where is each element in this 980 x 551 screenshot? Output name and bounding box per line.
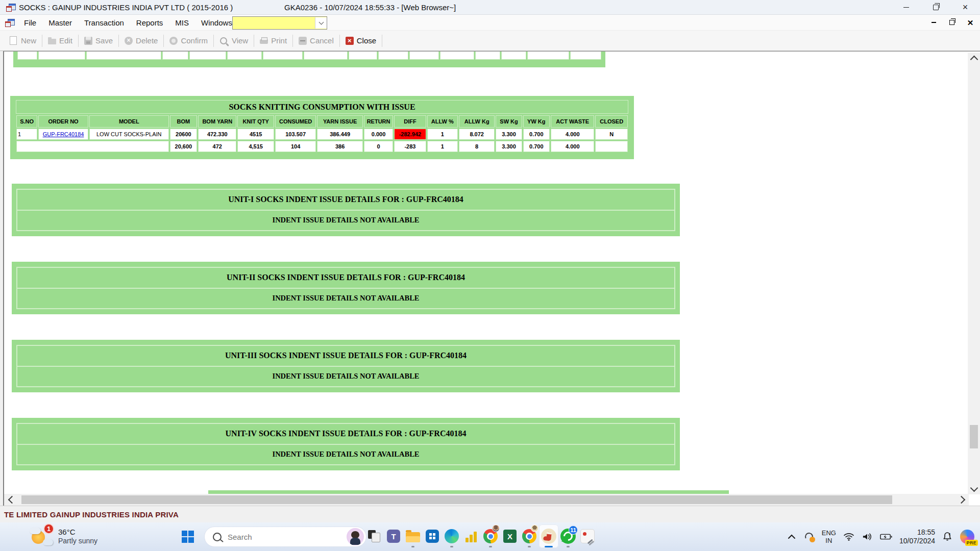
confirm-button[interactable]: Confirm (165, 34, 212, 47)
snipping-tool-button[interactable] (578, 524, 597, 548)
language-indicator[interactable]: ENG IN (822, 529, 836, 544)
cancel-button[interactable]: Cancel (294, 34, 338, 47)
tray-overflow-button[interactable] (787, 534, 796, 540)
excel-button[interactable]: X (500, 524, 520, 548)
new-button[interactable]: New (4, 34, 41, 47)
restore-icon (933, 5, 939, 10)
mdi-close-button[interactable]: ✕ (965, 19, 976, 27)
speaker-icon[interactable] (862, 532, 873, 541)
order-no-link-text[interactable]: GUP-FRC40184 (43, 131, 84, 137)
weather-widget[interactable]: 1 36°C Partly sunny (30, 525, 97, 547)
edge-button[interactable] (442, 524, 461, 548)
horizontal-scrollbar[interactable] (4, 494, 969, 506)
power-bi-button[interactable] (461, 524, 481, 548)
close-button[interactable]: × (950, 0, 980, 14)
cell-bom: 20600 (170, 129, 197, 140)
window-session-info: GKA0236 - 10/07/2024 18:55:33 - [Web Bro… (284, 3, 456, 12)
col-header-allw-pct: ALLW % (427, 115, 458, 128)
print-button[interactable]: Print (255, 34, 291, 47)
confirm-icon (169, 37, 178, 45)
col-header-sw-kg: SW Kg (496, 115, 522, 128)
scroll-down-button[interactable] (968, 481, 980, 494)
unit2-banner-message: INDENT ISSUE DETAILS NOT AVAILABLE (17, 289, 674, 309)
menu-mis[interactable]: MIS (169, 16, 195, 29)
file-explorer-button[interactable] (403, 524, 423, 548)
total-yarn-issue: 386 (317, 141, 363, 152)
wifi-icon[interactable] (843, 532, 854, 541)
taskbar: 1 36°C Partly sunny T X 11 (0, 522, 980, 551)
knitting-consumption-table: SOCKS KNITTING CONSUMPTION WITH ISSUE S.… (10, 96, 634, 159)
chrome-profile1-button[interactable] (481, 524, 500, 548)
menu-reports[interactable]: Reports (130, 16, 169, 29)
profile-avatar (492, 524, 500, 532)
task-view-button[interactable] (364, 524, 384, 548)
running-indicator (411, 546, 414, 547)
socks-app-button-active[interactable] (539, 524, 558, 548)
table-totals-row: 20,600 472 4,515 104 386 0 -283 1 8 3.30… (16, 141, 628, 152)
total-act-waste: 4.000 (551, 141, 595, 152)
search-input[interactable] (227, 532, 341, 542)
unit4-banner: UNIT-IV SOCKS INDENT ISSUE DETAILS FOR :… (12, 418, 680, 470)
desktop: SOCKS : GAINUP INDUSTRIES INDIA PVT LTD … (0, 0, 980, 551)
search-doodle-avatar[interactable] (347, 528, 364, 545)
combobox-dropdown-button[interactable] (315, 17, 327, 29)
battery-charging-icon[interactable] (880, 533, 892, 541)
save-label: Save (95, 36, 113, 45)
vertical-scrollbar[interactable] (968, 53, 980, 494)
minimize-icon (903, 7, 909, 8)
cell-sno: 1 (16, 129, 37, 140)
notification-bell-dnd-icon[interactable]: z (942, 532, 952, 542)
mdi-child-icon (5, 19, 14, 27)
whatsapp-button[interactable]: 11 (558, 524, 578, 548)
partly-sunny-icon: 1 (30, 525, 53, 547)
col-header-allw-kg: ALLW Kg (459, 115, 495, 128)
scroll-left-button[interactable] (4, 497, 19, 503)
scroll-right-button[interactable] (953, 497, 969, 503)
start-button[interactable] (182, 531, 194, 543)
view-button[interactable]: View (215, 34, 253, 47)
copilot-button[interactable]: PRE (960, 529, 975, 544)
notification-badge: 1 (43, 523, 54, 534)
col-header-model: MODEL (89, 115, 169, 128)
window-selector-combobox[interactable] (232, 16, 327, 30)
teams-button[interactable]: T (384, 524, 403, 548)
cell-diff-negative-highlight: -282.942 (394, 129, 426, 140)
microsoft-store-button[interactable] (423, 524, 442, 548)
total-return: 0 (364, 141, 393, 152)
scroll-up-button[interactable] (968, 53, 980, 66)
profile-avatar (531, 524, 538, 532)
unit3-banner-message: INDENT ISSUE DETAILS NOT AVAILABLE (17, 367, 674, 387)
col-header-return: RETURN (364, 115, 393, 128)
save-button[interactable]: Save (80, 34, 117, 47)
power-bi-icon (464, 530, 478, 542)
restore-button[interactable] (921, 0, 950, 14)
taskbar-clock[interactable]: 18:55 10/07/2024 (899, 528, 935, 545)
order-no-link[interactable]: GUP-FRC40184 (38, 129, 88, 140)
system-tray: ENG IN 18:55 10/07/2024 z PRE (787, 522, 975, 551)
status-bar: TE LIMITED GAINUP INDUSTRIES INDIA PRIVA (0, 506, 980, 522)
unit3-banner-title: UNIT-III SOCKS INDENT ISSUE DETAILS FOR … (17, 346, 674, 367)
menu-file[interactable]: File (18, 16, 42, 29)
chrome-profile2-button[interactable] (520, 524, 539, 548)
menu-transaction[interactable]: Transaction (78, 16, 130, 29)
col-header-yarn-issue: YARN ISSUE (317, 115, 363, 128)
close-report-button[interactable]: Close (341, 34, 381, 47)
store-icon (426, 530, 439, 543)
delete-button[interactable]: Delete (120, 34, 162, 47)
copilot-pre-badge: PRE (965, 540, 978, 546)
chevron-left-icon (8, 496, 16, 504)
horizontal-scrollbar-thumb[interactable] (21, 495, 892, 504)
unit1-banner: UNIT-I SOCKS INDENT ISSUE DETAILS FOR : … (12, 184, 680, 236)
mdi-restore-button[interactable] (946, 20, 958, 25)
taskbar-search-box[interactable] (204, 527, 366, 547)
sync-status-icon[interactable] (803, 531, 815, 542)
edit-button[interactable]: Edit (43, 34, 77, 47)
minimize-button[interactable] (891, 0, 921, 14)
tray-date: 10/07/2024 (899, 537, 935, 545)
close-label: Close (357, 36, 376, 45)
mdi-minimize-button[interactable] (928, 22, 939, 23)
new-document-icon (10, 36, 17, 45)
menu-master[interactable]: Master (42, 16, 78, 29)
running-indicator (528, 546, 531, 547)
vertical-scrollbar-thumb[interactable] (970, 425, 978, 448)
